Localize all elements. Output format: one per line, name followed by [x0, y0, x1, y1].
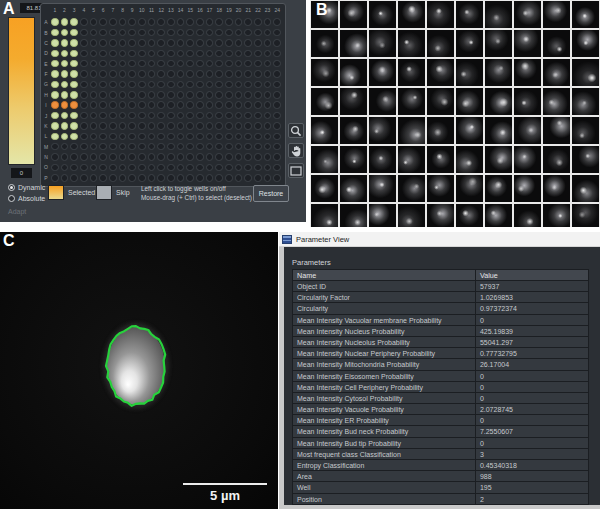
well-J20[interactable] [235, 112, 242, 119]
well-M14[interactable] [177, 143, 184, 150]
well-A5[interactable] [90, 18, 97, 25]
well-B11[interactable] [148, 29, 155, 36]
cell-thumbnail[interactable] [427, 59, 454, 86]
cell-thumbnail[interactable] [485, 88, 512, 115]
well-G12[interactable] [157, 81, 164, 88]
well-G19[interactable] [225, 81, 232, 88]
well-E4[interactable] [80, 60, 87, 67]
well-M21[interactable] [244, 143, 251, 150]
cell-thumbnail[interactable] [572, 59, 599, 86]
well-B24[interactable] [273, 29, 280, 36]
well-N20[interactable] [235, 153, 242, 160]
well-A9[interactable] [128, 18, 135, 25]
well-O19[interactable] [225, 164, 232, 171]
well-M9[interactable] [128, 143, 135, 150]
well-K1[interactable] [51, 122, 58, 129]
cell-thumbnail[interactable] [369, 117, 396, 144]
well-H8[interactable] [119, 91, 126, 98]
well-D3[interactable] [70, 50, 77, 57]
well-B19[interactable] [225, 29, 232, 36]
well-E16[interactable] [196, 60, 203, 67]
well-L23[interactable] [264, 133, 271, 140]
well-M19[interactable] [225, 143, 232, 150]
well-F10[interactable] [138, 70, 145, 77]
well-D10[interactable] [138, 50, 145, 57]
well-E21[interactable] [244, 60, 251, 67]
well-H9[interactable] [128, 91, 135, 98]
well-B16[interactable] [196, 29, 203, 36]
well-K11[interactable] [148, 122, 155, 129]
well-D1[interactable] [51, 50, 58, 57]
well-D24[interactable] [273, 50, 280, 57]
well-D22[interactable] [254, 50, 261, 57]
well-A1[interactable] [51, 18, 58, 25]
well-E10[interactable] [138, 60, 145, 67]
well-I7[interactable] [109, 101, 116, 108]
well-C18[interactable] [215, 39, 222, 46]
well-M20[interactable] [235, 143, 242, 150]
well-C15[interactable] [186, 39, 193, 46]
well-I2[interactable] [61, 101, 68, 108]
well-E18[interactable] [215, 60, 222, 67]
well-J18[interactable] [215, 112, 222, 119]
well-B21[interactable] [244, 29, 251, 36]
well-N4[interactable] [80, 153, 87, 160]
well-N3[interactable] [70, 153, 77, 160]
well-K17[interactable] [206, 122, 213, 129]
well-J11[interactable] [148, 112, 155, 119]
well-C7[interactable] [109, 39, 116, 46]
well-I5[interactable] [90, 101, 97, 108]
cell-thumbnail[interactable] [514, 117, 541, 144]
zoom-tool-button[interactable] [288, 123, 304, 138]
well-G10[interactable] [138, 81, 145, 88]
well-C9[interactable] [128, 39, 135, 46]
cell-thumbnail[interactable] [543, 204, 570, 227]
well-L20[interactable] [235, 133, 242, 140]
well-A11[interactable] [148, 18, 155, 25]
well-B13[interactable] [167, 29, 174, 36]
well-D7[interactable] [109, 50, 116, 57]
well-F1[interactable] [51, 70, 58, 77]
well-B3[interactable] [70, 29, 77, 36]
cell-thumbnail[interactable] [543, 117, 570, 144]
well-H10[interactable] [138, 91, 145, 98]
well-J7[interactable] [109, 112, 116, 119]
well-O18[interactable] [215, 164, 222, 171]
well-G7[interactable] [109, 81, 116, 88]
well-M8[interactable] [119, 143, 126, 150]
well-L13[interactable] [167, 133, 174, 140]
well-C3[interactable] [70, 39, 77, 46]
well-N8[interactable] [119, 153, 126, 160]
well-L17[interactable] [206, 133, 213, 140]
well-L21[interactable] [244, 133, 251, 140]
well-J4[interactable] [80, 112, 87, 119]
cell-thumbnail[interactable] [485, 30, 512, 57]
well-A16[interactable] [196, 18, 203, 25]
well-G3[interactable] [70, 81, 77, 88]
well-N9[interactable] [128, 153, 135, 160]
well-A18[interactable] [215, 18, 222, 25]
well-N22[interactable] [254, 153, 261, 160]
well-C21[interactable] [244, 39, 251, 46]
well-F7[interactable] [109, 70, 116, 77]
cell-thumbnail[interactable] [369, 59, 396, 86]
well-M6[interactable] [99, 143, 106, 150]
well-E17[interactable] [206, 60, 213, 67]
well-H18[interactable] [215, 91, 222, 98]
cell-thumbnail[interactable] [514, 146, 541, 173]
well-F12[interactable] [157, 70, 164, 77]
well-G8[interactable] [119, 81, 126, 88]
cell-thumbnail[interactable] [427, 30, 454, 57]
well-K18[interactable] [215, 122, 222, 129]
well-L22[interactable] [254, 133, 261, 140]
well-D6[interactable] [99, 50, 106, 57]
well-N19[interactable] [225, 153, 232, 160]
well-L15[interactable] [186, 133, 193, 140]
cell-thumbnail[interactable] [485, 175, 512, 202]
well-C5[interactable] [90, 39, 97, 46]
well-E3[interactable] [70, 60, 77, 67]
well-H5[interactable] [90, 91, 97, 98]
well-A17[interactable] [206, 18, 213, 25]
well-B17[interactable] [206, 29, 213, 36]
well-L16[interactable] [196, 133, 203, 140]
